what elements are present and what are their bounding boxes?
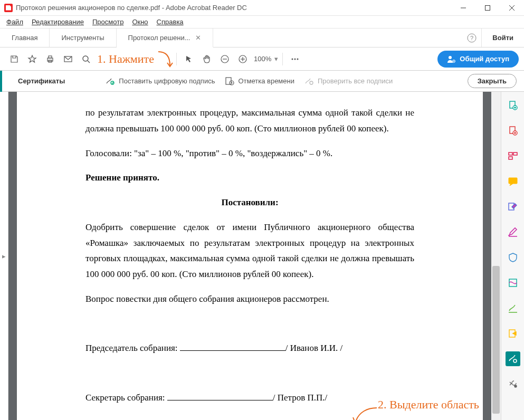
zoom-out-icon[interactable] xyxy=(216,50,234,68)
pen-sign-icon xyxy=(105,76,116,87)
tab-home[interactable]: Главная xyxy=(0,28,50,47)
svg-point-17 xyxy=(292,58,293,60)
verify-label: Проверить все подписи xyxy=(318,77,393,85)
timestamp-icon xyxy=(224,76,235,87)
optimize-icon[interactable] xyxy=(506,275,520,290)
annotation-step2: 2. Выделите область xyxy=(378,398,479,412)
vertical-scrollbar[interactable] xyxy=(491,92,501,420)
svg-point-27 xyxy=(310,81,313,84)
tab-tools[interactable]: Инструменты xyxy=(50,28,116,47)
edit-pencil-icon[interactable] xyxy=(506,225,520,240)
certificates-icon[interactable] xyxy=(506,351,520,366)
tab-document[interactable]: Протокол решени... ✕ xyxy=(117,28,214,47)
certificates-title: Сертификаты xyxy=(18,77,65,85)
svg-rect-32 xyxy=(509,152,512,155)
doc-heading: Постановили: xyxy=(85,195,414,211)
close-panel-button[interactable]: Закрыть xyxy=(468,74,517,88)
svg-point-20 xyxy=(449,56,452,59)
svg-point-10 xyxy=(83,56,88,61)
close-button[interactable] xyxy=(500,0,524,16)
svg-text:?: ? xyxy=(470,35,473,41)
titlebar: Протокол решения акционеров по сделке.pd… xyxy=(0,0,524,16)
digital-sign-button[interactable]: Поставить цифровую подпись xyxy=(105,76,215,87)
zoom-dropdown-icon[interactable]: ▾ xyxy=(273,55,279,63)
annotation-arrow-2 xyxy=(351,405,378,420)
menu-file[interactable]: Файл xyxy=(3,17,26,27)
print-icon[interactable] xyxy=(41,50,59,68)
svg-point-42 xyxy=(515,385,517,387)
doc-paragraph: по результатам электронных процедур, мак… xyxy=(85,105,414,137)
svg-point-19 xyxy=(297,58,299,60)
certificates-bar: Сертификаты Поставить цифровую подпись О… xyxy=(0,71,524,92)
star-icon[interactable] xyxy=(23,50,41,68)
digital-sign-label: Поставить цифровую подпись xyxy=(119,77,215,85)
left-panel-toggle[interactable]: ▸ xyxy=(0,92,8,420)
protect-shield-icon[interactable] xyxy=(506,250,520,265)
svg-point-24 xyxy=(111,81,114,84)
verify-icon xyxy=(304,76,315,87)
menu-window[interactable]: Окно xyxy=(129,17,151,27)
sign-pen-icon[interactable] xyxy=(506,301,520,316)
send-review-icon[interactable] xyxy=(506,326,520,341)
timestamp-button[interactable]: Отметка времени xyxy=(224,76,294,87)
more-icon[interactable] xyxy=(286,50,304,68)
doc-paragraph: Одобрить совершение сделок от имени Публ… xyxy=(85,219,414,282)
main-toolbar: 1. Нажмите 100% ▾ Общий доступ xyxy=(0,47,524,71)
timestamp-label: Отметка времени xyxy=(238,77,294,85)
zoom-in-icon[interactable] xyxy=(234,50,252,68)
signature-line-2: Секретарь собрания: / Петров П.П./ xyxy=(85,390,414,406)
svg-point-41 xyxy=(513,359,517,362)
doc-paragraph: Вопрос повестки дня общего собрания акци… xyxy=(85,291,414,307)
search-icon[interactable] xyxy=(77,50,95,68)
hand-icon[interactable] xyxy=(198,50,216,68)
page-pdf-icon[interactable] xyxy=(506,123,520,138)
svg-rect-33 xyxy=(513,152,517,155)
organize-icon[interactable] xyxy=(506,149,520,164)
doc-paragraph: Голосовали: "за" – 100 %, "против" – 0 %… xyxy=(85,146,414,161)
svg-point-18 xyxy=(294,58,296,60)
share-label: Общий доступ xyxy=(460,55,509,63)
help-icon[interactable]: ? xyxy=(462,28,481,47)
svg-rect-35 xyxy=(509,178,517,184)
annotation-step1: 1. Нажмите xyxy=(97,52,154,66)
comment-icon[interactable] xyxy=(506,174,520,189)
signature-line-1: Председатель собрания: / Иванов И.И. / xyxy=(85,340,414,356)
share-button[interactable]: Общий доступ xyxy=(437,51,519,68)
separator xyxy=(282,53,283,65)
maximize-button[interactable] xyxy=(475,0,500,16)
tools-rail xyxy=(501,92,524,420)
svg-rect-34 xyxy=(509,157,512,159)
svg-rect-1 xyxy=(485,5,490,10)
mail-icon[interactable] xyxy=(59,50,77,68)
minimize-button[interactable] xyxy=(451,0,475,16)
zoom-value: 100% xyxy=(254,55,271,63)
separator xyxy=(176,53,177,65)
annotation-arrow-1 xyxy=(157,50,173,69)
tab-document-label: Протокол решени... xyxy=(128,34,190,42)
menu-view[interactable]: Просмотр xyxy=(89,17,127,27)
document-canvas[interactable]: по результатам электронных процедур, мак… xyxy=(8,92,491,420)
svg-line-11 xyxy=(88,61,90,63)
save-icon[interactable] xyxy=(5,50,23,68)
app-icon xyxy=(4,4,13,12)
login-button[interactable]: Войти xyxy=(481,28,524,47)
menu-help[interactable]: Справка xyxy=(154,17,187,27)
more-tools-icon[interactable] xyxy=(506,377,520,392)
work-area: ▸ по результатам электронных процедур, м… xyxy=(0,92,524,420)
svg-rect-7 xyxy=(49,56,52,58)
fill-sign-icon[interactable] xyxy=(506,199,520,214)
pointer-icon[interactable] xyxy=(180,50,198,68)
menu-edit[interactable]: Редактирование xyxy=(28,17,87,27)
menu-bar: Файл Редактирование Просмотр Окно Справк… xyxy=(0,16,524,28)
accent-stripe xyxy=(0,71,2,92)
tab-close-icon[interactable]: ✕ xyxy=(195,34,201,42)
window-title: Протокол решения акционеров по сделке.pd… xyxy=(16,4,247,12)
pdf-page: по результатам электронных процедур, мак… xyxy=(17,92,483,420)
scrollbar-thumb[interactable] xyxy=(492,266,500,414)
verify-signatures-button: Проверить все подписи xyxy=(304,76,393,87)
doc-paragraph: Решение принято. xyxy=(85,170,414,186)
share-person-icon xyxy=(447,55,455,63)
tabs-row: Главная Инструменты Протокол решени... ✕… xyxy=(0,28,524,47)
page-export-icon[interactable] xyxy=(506,98,520,113)
